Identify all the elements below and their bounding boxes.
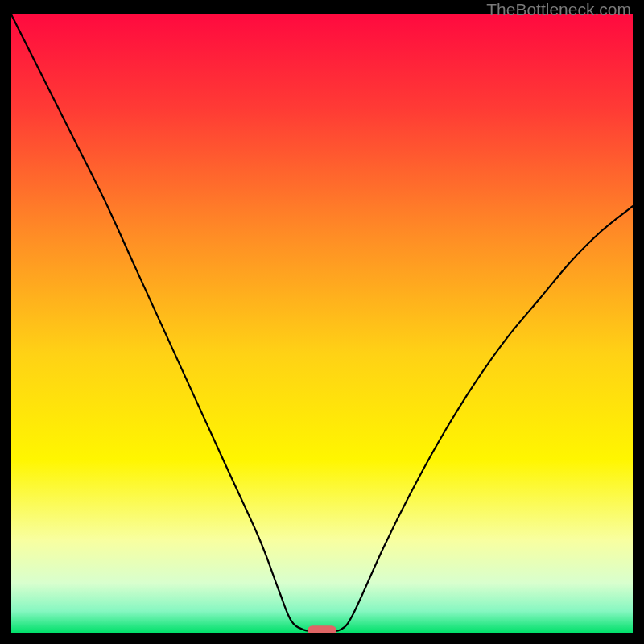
optimal-marker [308,625,336,633]
gradient-background [11,14,633,633]
watermark-text: TheBottleneck.com [486,0,631,19]
chart-svg [11,14,633,633]
plot-area [11,14,633,633]
chart-frame: TheBottleneck.com [0,0,644,644]
